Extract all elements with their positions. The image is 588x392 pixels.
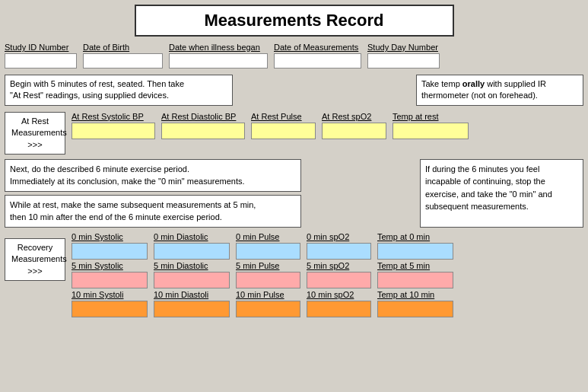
at-rest-temp-col: Temp at rest: [393, 112, 469, 139]
dob-input[interactable]: [83, 53, 163, 69]
at-rest-label: At RestMeasurements>>>: [5, 112, 65, 155]
0min-systolic-label: 0 min Systolic: [72, 232, 148, 241]
10min-diastolic-col: 10 min Diastoli: [154, 290, 230, 317]
5min-spo2-label: 5 min spO2: [307, 261, 371, 270]
at-rest-pulse-label: At Rest Pulse: [251, 112, 302, 121]
10min-temp-label: Temp at 10 min: [377, 290, 453, 299]
at-rest-diastolic-col: At Rest Diastolic BP: [161, 112, 245, 139]
at-rest-section: At RestMeasurements>>> At Rest Systolic …: [5, 112, 583, 155]
study-day-field: Study Day Number: [367, 43, 440, 69]
exercise-text-right: If during the 6 minutes you feelincapabl…: [425, 164, 552, 212]
5min-pulse-col: 5 min Pulse: [236, 261, 300, 288]
at-rest-temp-label: Temp at rest: [393, 112, 439, 121]
info-right-text: Take temp orally with supplied IRthermom…: [421, 79, 546, 100]
page: Measurements Record Study ID Number Date…: [0, 0, 588, 392]
at-rest-systolic-col: At Rest Systolic BP: [72, 112, 155, 139]
10min-pulse-label: 10 min Pulse: [236, 290, 300, 299]
10min-spo2-label: 10 min spO2: [307, 290, 371, 299]
5min-temp-col: Temp at 5 min: [377, 261, 453, 288]
exercise-text-2: While at rest, make the same subsequent …: [10, 200, 256, 222]
10min-pulse-input[interactable]: [236, 301, 300, 317]
0min-pulse-input[interactable]: [236, 243, 300, 260]
0min-spo2-label: 0 min spO2: [307, 232, 371, 241]
5min-diastolic-label: 5 min Diastolic: [154, 261, 230, 270]
info-left-text: Begin with 5 minutes of rest, seated. Th…: [10, 79, 184, 100]
5min-temp-label: Temp at 5 min: [377, 261, 453, 270]
at-rest-systolic-input[interactable]: [72, 123, 155, 139]
10min-pulse-col: 10 min Pulse: [236, 290, 300, 317]
10min-systolic-label: 10 min Systoli: [72, 290, 148, 299]
0min-diastolic-label: 0 min Diastolic: [154, 232, 230, 241]
at-rest-temp-input[interactable]: [393, 123, 469, 139]
exercise-box-1: Next, do the described 6 minute exercise…: [5, 159, 301, 192]
recovery-label: RecoveryMeasurements>>>: [5, 238, 65, 281]
study-day-label: Study Day Number: [367, 43, 440, 52]
10min-temp-col: Temp at 10 min: [377, 290, 453, 317]
illness-date-input[interactable]: [169, 53, 268, 69]
study-id-label: Study ID Number: [5, 43, 77, 52]
5min-diastolic-col: 5 min Diastolic: [154, 261, 230, 288]
0min-temp-col: Temp at 0 min: [377, 232, 453, 260]
10min-spo2-input[interactable]: [307, 301, 371, 317]
illness-date-label: Date when illness began: [169, 43, 268, 52]
0min-systolic-input[interactable]: [72, 243, 148, 260]
5min-pulse-label: 5 min Pulse: [236, 261, 300, 270]
title-box: Measurements Record: [135, 5, 454, 37]
0min-spo2-col: 0 min spO2: [307, 232, 371, 260]
at-rest-spo2-input[interactable]: [322, 123, 386, 139]
5min-diastolic-input[interactable]: [154, 272, 230, 288]
5min-systolic-col: 5 min Systolic: [72, 261, 148, 288]
0min-systolic-col: 0 min Systolic: [72, 232, 148, 260]
0min-diastolic-col: 0 min Diastolic: [154, 232, 230, 260]
0min-temp-label: Temp at 0 min: [377, 232, 453, 241]
exercise-text-1: Next, do the described 6 minute exercise…: [10, 164, 245, 186]
recovery-section: RecoveryMeasurements>>> 0 min Systolic 0…: [5, 232, 583, 317]
at-rest-pulse-input[interactable]: [251, 123, 316, 139]
5min-spo2-input[interactable]: [307, 272, 371, 288]
study-day-input[interactable]: [367, 53, 440, 69]
10min-diastolic-label: 10 min Diastoli: [154, 290, 230, 299]
dob-label: Date of Birth: [83, 43, 163, 52]
exercise-box-2: While at rest, make the same subsequent …: [5, 195, 301, 228]
rec-row-0min: 0 min Systolic 0 min Diastolic 0 min Pul…: [72, 232, 583, 260]
10min-systolic-col: 10 min Systoli: [72, 290, 148, 317]
at-rest-spo2-col: At Rest spO2: [322, 112, 386, 139]
info-row: Begin with 5 minutes of rest, seated. Th…: [5, 75, 583, 106]
at-rest-systolic-label: At Rest Systolic BP: [72, 112, 144, 121]
5min-systolic-label: 5 min Systolic: [72, 261, 148, 270]
study-id-field: Study ID Number: [5, 43, 77, 69]
exercise-row: Next, do the described 6 minute exercise…: [5, 159, 583, 228]
5min-spo2-col: 5 min spO2: [307, 261, 371, 288]
meas-date-label: Date of Measurements: [274, 43, 361, 52]
recovery-grid: 0 min Systolic 0 min Diastolic 0 min Pul…: [72, 232, 583, 317]
dob-field: Date of Birth: [83, 43, 163, 69]
meas-date-field: Date of Measurements: [274, 43, 361, 69]
meas-date-input[interactable]: [274, 53, 361, 69]
info-box-left: Begin with 5 minutes of rest, seated. Th…: [5, 75, 233, 106]
0min-diastolic-input[interactable]: [154, 243, 230, 260]
at-rest-diastolic-label: At Rest Diastolic BP: [161, 112, 236, 121]
study-id-input[interactable]: [5, 53, 77, 69]
at-rest-spo2-label: At Rest spO2: [322, 112, 371, 121]
exercise-box-right: If during the 6 minutes you feelincapabl…: [420, 159, 583, 228]
0min-pulse-label: 0 min Pulse: [236, 232, 300, 241]
5min-temp-input[interactable]: [377, 272, 453, 288]
page-title: Measurements Record: [145, 11, 443, 30]
0min-pulse-col: 0 min Pulse: [236, 232, 300, 260]
10min-spo2-col: 10 min spO2: [307, 290, 371, 317]
at-rest-measurements: At Rest Systolic BP At Rest Diastolic BP…: [72, 112, 469, 139]
10min-diastolic-input[interactable]: [154, 301, 230, 317]
rec-row-5min: 5 min Systolic 5 min Diastolic 5 min Pul…: [72, 261, 583, 288]
5min-systolic-input[interactable]: [72, 272, 148, 288]
rec-row-10min: 10 min Systoli 10 min Diastoli 10 min Pu…: [72, 290, 583, 317]
ids-row: Study ID Number Date of Birth Date when …: [5, 43, 583, 69]
at-rest-pulse-col: At Rest Pulse: [251, 112, 316, 139]
info-box-right: Take temp orally with supplied IRthermom…: [416, 75, 583, 106]
0min-temp-input[interactable]: [377, 243, 453, 260]
10min-temp-input[interactable]: [377, 301, 453, 317]
at-rest-diastolic-input[interactable]: [161, 123, 245, 139]
5min-pulse-input[interactable]: [236, 272, 300, 288]
illness-date-field: Date when illness began: [169, 43, 268, 69]
0min-spo2-input[interactable]: [307, 243, 371, 260]
10min-systolic-input[interactable]: [72, 301, 148, 317]
